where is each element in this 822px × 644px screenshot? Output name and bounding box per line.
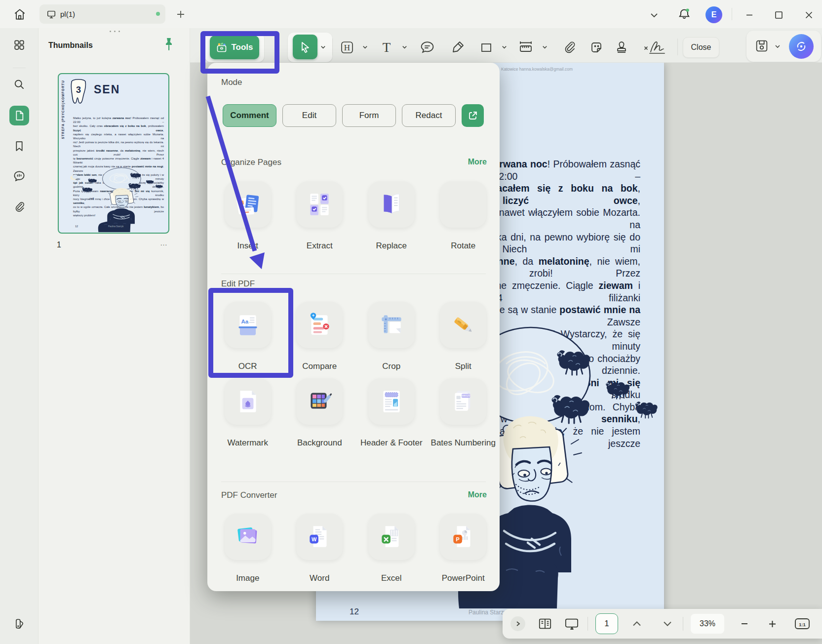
theme-palette-icon[interactable] — [9, 614, 29, 634]
titlebar-chevron-down-icon[interactable] — [648, 10, 661, 20]
zoom-in-button[interactable] — [761, 609, 783, 639]
ai-assistant-button[interactable] — [789, 34, 814, 59]
thumb-page-title: SEN — [94, 83, 120, 96]
comment-tool-icon[interactable] — [418, 39, 436, 56]
attach-tool-icon[interactable] — [560, 39, 578, 56]
tool-bates-numbering[interactable]: 000123Bates Numbering — [428, 378, 499, 448]
signature-tool-icon[interactable] — [640, 39, 671, 56]
document-tab[interactable]: pl(1) — [39, 4, 165, 24]
page-text-line: bez skutku. Cały czas obracałem się z bo… — [73, 124, 164, 132]
close-window-button[interactable] — [802, 8, 816, 21]
thumbnail-more-button[interactable]: … — [160, 239, 168, 247]
sticker-tool-icon[interactable] — [587, 39, 605, 56]
zoom-out-button[interactable] — [734, 609, 755, 639]
tool-label: PowerPoint — [428, 573, 499, 583]
left-sidebar — [0, 28, 39, 644]
page-text-line: napiłem się ciepłego mleka, a nawet włąc… — [73, 132, 164, 140]
page-text-line: tę bezsenność czuję potworne zmęczenie. … — [73, 157, 164, 164]
tool-insert[interactable]: Insert — [212, 181, 283, 251]
converter-more-link[interactable]: More — [468, 490, 487, 499]
tool-label: Bates Numbering — [428, 438, 499, 448]
mode-button-comment[interactable]: Comment — [223, 104, 276, 127]
notifications-bell-icon[interactable] — [676, 6, 692, 23]
image-icon — [234, 523, 262, 551]
presentation-mode-icon[interactable] — [561, 609, 583, 639]
expand-statusbar-button[interactable] — [510, 616, 525, 631]
section-title-edit-pdf: Edit PDF — [221, 279, 255, 289]
svg-text:T: T — [383, 40, 391, 55]
zoom-level-display[interactable]: 33% — [691, 614, 724, 634]
bookmark-icon[interactable] — [9, 136, 29, 156]
heading-chevron-icon[interactable] — [362, 43, 369, 50]
selector-chevron-icon[interactable] — [320, 43, 327, 50]
attachments-icon[interactable] — [9, 197, 29, 217]
tool-label: Compare — [284, 361, 355, 371]
pdf-editor-window: pl(1) E — [0, 0, 822, 644]
thumbnails-icon[interactable] — [9, 106, 29, 125]
search-icon[interactable] — [9, 75, 29, 94]
organize-more-link[interactable]: More — [468, 158, 487, 166]
tool-split[interactable]: Split — [428, 302, 499, 371]
tool-excel[interactable]: Excel — [355, 514, 427, 583]
text-chevron-icon[interactable] — [401, 43, 408, 50]
page-number-input[interactable]: 1 — [595, 613, 618, 634]
comments-icon[interactable] — [9, 166, 29, 186]
tool-background[interactable]: Background — [284, 378, 355, 448]
save-chevron-icon[interactable] — [774, 43, 781, 52]
apps-grid-icon[interactable] — [9, 35, 29, 55]
close-tools-button[interactable]: Close — [683, 37, 719, 58]
page-thumbnail[interactable]: STREFA (PSYCHO)KOMFORTU 3 SEN Matko jedy… — [58, 73, 169, 234]
tool-compare[interactable]: +Compare — [284, 302, 355, 371]
tool-crop[interactable]: Crop — [355, 302, 427, 371]
tool-word[interactable]: WWord — [284, 514, 355, 583]
organize-pages-grid: InsertExtractReplaceRotate — [212, 181, 499, 251]
heading-tool-icon[interactable]: H — [338, 39, 356, 56]
reading-view-icon[interactable] — [534, 609, 556, 639]
svg-text:Zzz: Zzz — [88, 197, 94, 201]
text-tool-icon[interactable]: T — [378, 39, 395, 56]
thumb-side-label: STREFA (PSYCHO)KOMFORTU — [61, 80, 65, 139]
tool-watermark[interactable]: Watermark — [212, 378, 283, 448]
powerpoint-icon: P — [449, 523, 477, 551]
main-toolbar: Tools H T — [190, 28, 822, 63]
save-icon[interactable] — [754, 39, 769, 55]
open-in-new-window-button[interactable] — [462, 104, 484, 127]
unsaved-dot — [156, 12, 160, 16]
tool-rotate[interactable]: Rotate — [428, 181, 499, 251]
mode-button-form[interactable]: Form — [342, 104, 396, 127]
section-divider — [221, 274, 486, 274]
measure-chevron-icon[interactable] — [542, 43, 548, 50]
tool-replace[interactable]: Replace — [355, 181, 427, 251]
new-tab-button[interactable] — [174, 8, 187, 21]
extract-icon — [305, 190, 334, 219]
tool-label: Excel — [355, 573, 427, 583]
tool-label: Header & Footer — [355, 438, 427, 448]
stamp-tool-icon[interactable] — [613, 39, 630, 56]
selector-tool-button[interactable] — [293, 35, 317, 59]
thumbnail-page-number: 1 — [57, 241, 61, 249]
measure-tool-icon[interactable] — [517, 39, 535, 56]
shape-chevron-icon[interactable] — [501, 43, 508, 50]
chapter-tooth-badge: 3 — [69, 78, 88, 107]
shape-tool-icon[interactable] — [477, 39, 495, 56]
pen-tool-icon[interactable] — [449, 39, 467, 56]
mode-button-redact[interactable]: Redact — [402, 104, 456, 127]
tool-label: Extract — [284, 241, 355, 251]
tool-label: Rotate — [428, 241, 499, 251]
avatar[interactable]: E — [705, 6, 722, 23]
page-text-line: przepisze jakieś środki nasenne, da mela… — [73, 149, 164, 157]
tool-image[interactable]: Image — [212, 514, 283, 583]
maximize-button[interactable] — [772, 8, 785, 21]
mode-button-edit[interactable]: Edit — [282, 104, 336, 127]
home-button[interactable] — [12, 6, 28, 22]
zoom-value: 33% — [700, 619, 715, 628]
tool-powerpoint[interactable]: PPowerPoint — [428, 514, 499, 583]
tool-header-footer[interactable]: Header & Footer — [355, 378, 427, 448]
pin-icon[interactable] — [163, 37, 176, 53]
panel-drag-handle[interactable] — [110, 31, 120, 32]
tool-extract[interactable]: Extract — [284, 181, 355, 251]
next-page-button[interactable] — [657, 609, 678, 639]
minimize-button[interactable] — [743, 9, 756, 21]
actual-size-button[interactable]: 1:1 — [790, 609, 815, 639]
previous-page-button[interactable] — [626, 609, 648, 639]
